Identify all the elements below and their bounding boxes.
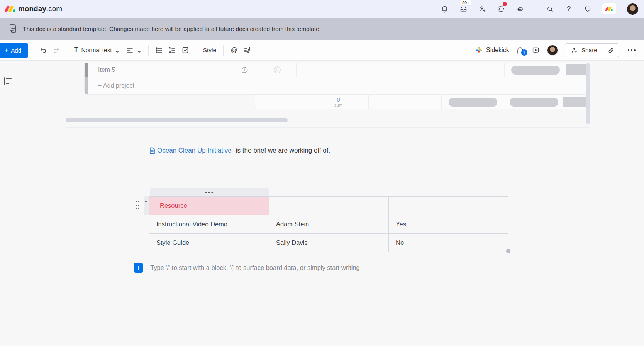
table-cell[interactable]: Yes — [389, 215, 508, 234]
board-cell[interactable] — [353, 63, 442, 77]
sidekick-button[interactable]: Sidekick — [475, 47, 509, 54]
summary-pill: - — [510, 98, 558, 107]
summary-cell — [255, 95, 308, 109]
product-switcher-chip[interactable] — [602, 3, 616, 14]
topbar-icon-group: 99+ ? — [440, 3, 639, 15]
alignment-dropdown[interactable] — [122, 44, 144, 57]
chevron-down-icon — [115, 48, 119, 53]
summary-sum-cell: 0 sum — [308, 95, 369, 109]
summary-status-cell: - — [442, 95, 505, 109]
board-clipped-cell — [566, 63, 590, 77]
table-cell[interactable]: Style Guide — [149, 234, 269, 252]
toolbar-right-group: Sidekick 1 Share — [475, 43, 644, 57]
undo-icon[interactable] — [37, 44, 50, 57]
redo-icon[interactable] — [50, 44, 63, 57]
sidekick-sparkle-icon — [475, 47, 483, 54]
template-doc-icon — [8, 24, 18, 34]
sidekick-label: Sidekick — [486, 47, 509, 54]
board-person-cell[interactable] — [258, 63, 297, 77]
checklist-icon[interactable] — [179, 44, 192, 57]
doc-file-icon — [149, 147, 155, 154]
group-color-strip — [85, 63, 88, 77]
table-cell[interactable]: Sally Davis — [269, 234, 389, 252]
board-item-name-cell[interactable]: Item 5 — [88, 63, 232, 77]
board-add-row[interactable]: + Add project — [84, 77, 590, 95]
share-button-label: Share — [581, 47, 597, 54]
table-column-menu[interactable]: ●●● — [150, 188, 269, 196]
add-button[interactable]: + Add — [0, 43, 28, 58]
bullet-list-icon[interactable] — [153, 44, 166, 57]
monday-mark-icon — [606, 6, 613, 12]
text-style-value: Normal text — [81, 47, 112, 54]
automations-bot-icon[interactable] — [516, 5, 524, 13]
summary-cell — [369, 95, 442, 109]
clipped-pill — [563, 97, 587, 107]
ocean-doc-link[interactable]: Ocean Clean Up Initiative — [149, 147, 232, 154]
topbar-divider — [535, 4, 535, 14]
table-header-cell[interactable] — [269, 197, 389, 215]
doc-table: Resource Instructional Video Demo Adam S… — [149, 196, 508, 252]
invite-members-icon[interactable] — [478, 5, 486, 13]
notifications-bell-icon[interactable] — [440, 5, 449, 13]
ai-assistant-icon[interactable] — [241, 44, 254, 57]
doc-link-text: Ocean Clean Up Initiative — [157, 147, 232, 154]
brand-text: monday.com — [18, 5, 62, 13]
table-header-cell[interactable] — [389, 197, 508, 215]
align-left-icon — [125, 44, 134, 57]
row-drag-handle[interactable] — [145, 199, 147, 211]
help-icon[interactable]: ? — [564, 5, 573, 13]
board-summary-row: 0 sum - - — [255, 95, 587, 109]
summary-status-cell: - — [505, 95, 564, 109]
apps-marketplace-icon[interactable] — [497, 5, 505, 13]
brand-primary: monday — [18, 5, 46, 13]
share-button[interactable]: Share — [565, 44, 603, 57]
board-cell[interactable] — [442, 63, 505, 77]
add-project-button[interactable]: + Add project — [88, 77, 134, 94]
present-mode-icon[interactable] — [532, 46, 540, 54]
sum-value: 0 — [337, 97, 340, 103]
comments-icon[interactable]: 1 — [516, 46, 525, 54]
horizontal-scrollbar[interactable] — [66, 118, 288, 122]
mention-icon[interactable]: @ — [227, 44, 241, 57]
monday-logo-icon — [5, 5, 15, 13]
board-cell[interactable] — [297, 63, 353, 77]
more-options-icon[interactable] — [626, 46, 637, 54]
group-color-strip — [85, 77, 88, 94]
template-banner-text: This doc is a standard template. Changes… — [23, 25, 321, 32]
template-banner: This doc is a standard template. Changes… — [0, 18, 644, 40]
editor-toolbar: + Add T Normal text — [0, 40, 644, 61]
monday-logo[interactable]: monday.com — [5, 5, 62, 13]
inbox-icon[interactable]: 99+ — [459, 5, 468, 13]
toolbar-divider — [67, 45, 67, 56]
copy-link-icon[interactable] — [603, 44, 619, 57]
person-icon — [273, 66, 281, 74]
search-icon[interactable] — [546, 5, 554, 13]
user-avatar[interactable] — [627, 3, 639, 15]
numbered-list-icon[interactable] — [166, 44, 179, 57]
table-cell[interactable]: Instructional Video Demo — [149, 215, 269, 234]
inbox-count-badge: 99+ — [460, 0, 472, 5]
style-button-label: Style — [203, 47, 216, 54]
add-button-label: Add — [11, 47, 21, 54]
style-button[interactable]: Style — [200, 44, 219, 57]
vertical-scrollbar[interactable] — [586, 63, 590, 124]
table-resize-handle[interactable] — [506, 249, 510, 253]
table-header-cell-selected[interactable]: Resource — [149, 197, 269, 215]
board-updates-cell[interactable] — [232, 63, 258, 77]
table-cell[interactable]: No — [389, 234, 508, 252]
table-row: Style Guide Sally Davis No — [149, 234, 508, 252]
composer-placeholder[interactable]: Type '/' to start with a block, '{' to s… — [150, 264, 360, 271]
table-drag-handle[interactable] — [134, 200, 140, 210]
board-item-row[interactable]: Item 5 - — [84, 63, 590, 77]
status-pill[interactable]: - — [511, 66, 560, 75]
board-status-cell[interactable]: - — [505, 63, 566, 77]
table-cell[interactable]: Adam Stein — [269, 215, 389, 234]
person-plus-icon — [571, 47, 578, 54]
add-block-button[interactable]: + — [134, 263, 143, 273]
doc-sentence: is the brief we are working off of. — [236, 147, 330, 154]
table-header-row: Resource — [149, 197, 508, 215]
text-style-dropdown[interactable]: T Normal text — [71, 44, 122, 57]
chat-add-icon — [241, 66, 249, 74]
favorites-heart-icon[interactable] — [583, 5, 592, 13]
collaborator-avatar[interactable] — [547, 45, 558, 56]
